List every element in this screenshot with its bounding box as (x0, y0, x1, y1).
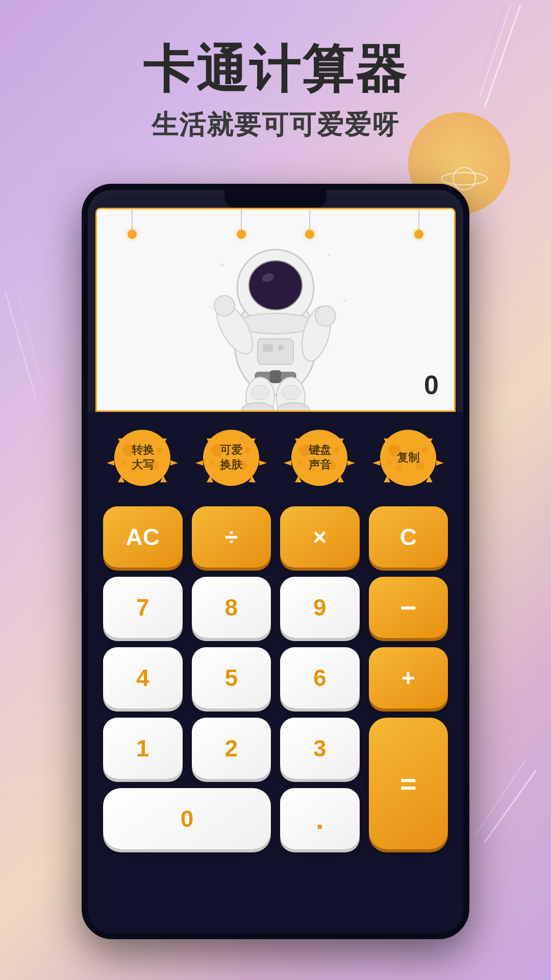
bg-lines-left (0, 281, 41, 408)
button-4[interactable]: 4 (103, 647, 183, 708)
svg-point-14 (214, 296, 235, 316)
svg-marker-74 (284, 460, 291, 465)
display-background: ✦ ✦ ✦ ✦ ✦ 0 (97, 209, 454, 410)
sub-title: 生活就要可可爱爱呀 (0, 107, 551, 143)
keyboard-area: 转换大写 (88, 412, 463, 933)
svg-point-19 (278, 345, 284, 351)
svg-line-3 (485, 771, 536, 842)
svg-marker-46 (107, 460, 114, 465)
title-area: 卡通计算器 生活就要可可爱爱呀 (0, 41, 551, 143)
svg-rect-18 (263, 344, 273, 352)
svg-point-39 (121, 460, 126, 465)
svg-point-38 (156, 447, 162, 453)
skin-label: 可爱换肤 (220, 443, 242, 472)
svg-text:✦: ✦ (327, 253, 331, 258)
svg-point-81 (387, 460, 392, 465)
skin-change-button[interactable]: 可爱换肤 (192, 427, 271, 488)
button-7[interactable]: 7 (103, 577, 183, 638)
subtract-button[interactable]: − (369, 577, 448, 638)
svg-rect-21 (270, 371, 281, 383)
svg-point-26 (251, 385, 269, 400)
decimal-button[interactable]: . (280, 788, 360, 849)
bg-lines-bottom-right (474, 761, 541, 852)
svg-text:✦: ✦ (219, 261, 226, 269)
svg-text:✦: ✦ (209, 305, 213, 309)
calculator-grid: AC ÷ × C 7 8 9 − 4 5 6 + 1 2 3 = 0 . (103, 506, 448, 849)
svg-point-66 (333, 447, 339, 453)
svg-line-91 (15, 281, 41, 383)
function-row: 转换大写 (103, 422, 448, 494)
svg-point-79 (396, 464, 403, 472)
svg-text:✦: ✦ (342, 298, 347, 305)
button-6[interactable]: 6 (280, 647, 360, 708)
svg-line-4 (474, 761, 525, 837)
phone-notch (224, 190, 327, 208)
hanging-left (128, 209, 137, 239)
button-3[interactable]: 3 (280, 718, 360, 779)
button-8[interactable]: 8 (192, 577, 271, 638)
svg-marker-84 (436, 460, 444, 465)
add-button[interactable]: + (369, 647, 448, 708)
svg-point-27 (282, 385, 300, 400)
convert-label: 转换大写 (132, 443, 154, 472)
svg-point-16 (315, 306, 336, 326)
button-2[interactable]: 2 (192, 718, 271, 779)
svg-rect-17 (258, 339, 293, 364)
svg-point-52 (245, 447, 251, 453)
phone-device: ✦ ✦ ✦ ✦ ✦ 0 (82, 184, 469, 939)
svg-marker-56 (259, 460, 267, 465)
button-0[interactable]: 0 (103, 788, 271, 849)
svg-point-6 (453, 167, 475, 190)
svg-point-7 (441, 173, 487, 185)
button-9[interactable]: 9 (280, 577, 360, 638)
svg-point-67 (298, 460, 303, 465)
main-title: 卡通计算器 (0, 41, 551, 97)
button-1[interactable]: 1 (103, 718, 183, 779)
calculator-display: ✦ ✦ ✦ ✦ ✦ 0 (95, 208, 456, 412)
svg-text:✦: ✦ (332, 345, 336, 350)
button-5[interactable]: 5 (192, 647, 271, 708)
svg-marker-60 (195, 460, 203, 465)
svg-point-80 (422, 447, 428, 453)
svg-marker-42 (170, 460, 178, 465)
svg-marker-88 (372, 460, 380, 465)
keyboard-sound-button[interactable]: 键盘声音 (280, 427, 359, 488)
copy-button[interactable]: 复制 (369, 427, 448, 488)
clear-button[interactable]: C (369, 506, 448, 568)
multiply-button[interactable]: × (280, 506, 360, 568)
astronaut-illustration: ✦ ✦ ✦ ✦ ✦ (199, 227, 352, 410)
equals-button[interactable]: = (369, 718, 448, 849)
svg-point-53 (210, 460, 215, 465)
sound-label: 键盘声音 (309, 443, 331, 472)
convert-uppercase-button[interactable]: 转换大写 (103, 427, 182, 488)
display-value: 0 (424, 370, 439, 400)
copy-label: 复制 (397, 451, 419, 465)
hanging-right (414, 209, 423, 239)
ac-button[interactable]: AC (103, 506, 183, 568)
svg-marker-70 (347, 460, 355, 465)
svg-point-10 (249, 261, 302, 310)
divide-button[interactable]: ÷ (192, 506, 271, 568)
